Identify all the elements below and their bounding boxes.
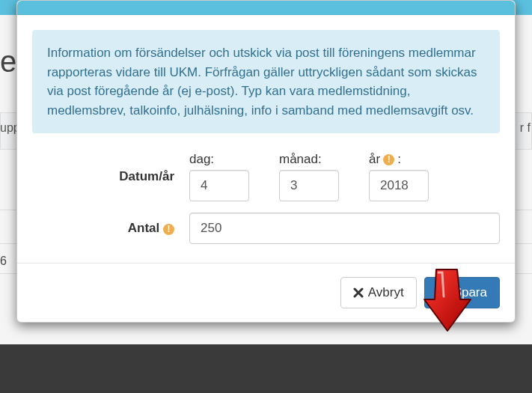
day-label: dag: [189, 152, 249, 167]
month-group: månad: [279, 152, 339, 201]
bg-tab-right-fragment: r f [520, 121, 531, 135]
save-button[interactable]: Spara [424, 277, 500, 308]
year-group: år !: [369, 152, 429, 201]
year-colon: : [397, 152, 401, 167]
modal-footer: Avbryt Spara [17, 263, 515, 322]
warning-icon: ! [163, 224, 174, 235]
warning-icon: ! [383, 154, 394, 165]
modal-dialog: Information om försändelser och utskick … [16, 0, 516, 323]
year-input[interactable] [369, 170, 429, 201]
check-icon [437, 287, 449, 298]
bg-row-number: 6 [0, 255, 7, 268]
info-alert: Information om försändelser och utskick … [32, 30, 500, 133]
count-input[interactable] [189, 213, 500, 244]
close-icon [353, 287, 364, 298]
bg-heading-fragment: e [0, 45, 16, 79]
count-label-text: Antal [128, 221, 160, 235]
day-group: dag: [189, 152, 249, 201]
info-alert-text: Information om försändelser och utskick … [47, 46, 477, 118]
save-button-label: Spara [453, 285, 487, 300]
month-input[interactable] [279, 170, 339, 201]
modal-header [17, 1, 515, 15]
date-label: Datum/år [32, 169, 189, 184]
count-row: Antal ! [32, 213, 500, 244]
year-label: år !: [369, 152, 429, 167]
year-label-text: år [369, 152, 380, 167]
count-label: Antal ! [32, 221, 189, 236]
modal-body: Information om försändelser och utskick … [17, 15, 515, 263]
month-label: månad: [279, 152, 339, 167]
bg-footer-dark [0, 344, 532, 393]
date-input-group: dag: månad: år !: [189, 152, 500, 201]
day-input[interactable] [189, 170, 249, 201]
cancel-button[interactable]: Avbryt [340, 277, 417, 308]
cancel-button-label: Avbryt [368, 285, 404, 300]
date-row: Datum/år dag: månad: år !: [32, 152, 500, 201]
